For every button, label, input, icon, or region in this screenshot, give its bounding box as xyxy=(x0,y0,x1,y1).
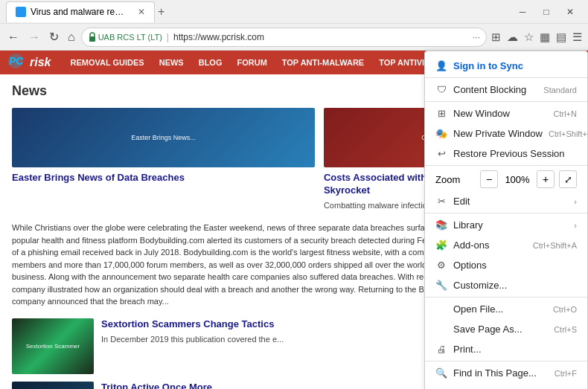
nav-blog[interactable]: BLOG xyxy=(191,51,230,74)
restore-label: Restore Previous Session xyxy=(453,148,577,159)
library-icon: 📚 xyxy=(435,219,447,231)
zoom-value: 100% xyxy=(502,174,532,185)
content-blocking-section: 🛡 Content Blocking Standard xyxy=(425,78,587,102)
zoom-row: Zoom − 100% + ⤢ xyxy=(425,167,587,191)
svg-text:PC: PC xyxy=(9,55,24,67)
addons-item[interactable]: 🧩 Add-ons Ctrl+Shift+A xyxy=(425,235,587,255)
article-easter: Easter Brings News... Easter Brings News… xyxy=(12,108,315,211)
find-label: Find in This Page... xyxy=(453,367,549,379)
site-logo[interactable]: PC risk xyxy=(7,53,51,73)
open-file-label: Open File... xyxy=(453,303,547,315)
more-item[interactable]: More › xyxy=(425,383,587,389)
customize-item[interactable]: 🔧 Customize... xyxy=(425,275,587,295)
sign-in-label: Sign in to Sync xyxy=(453,60,577,71)
address-bar[interactable]: UAB RCS LT (LT) | https://www.pcrisk.com… xyxy=(81,28,487,47)
save-page-item[interactable]: Save Page As... Ctrl+S xyxy=(425,319,587,339)
new-window-label: New Window xyxy=(453,108,548,119)
zoom-label: Zoom xyxy=(435,174,476,185)
content-blocking-label: Content Blocking xyxy=(453,84,537,95)
tools-section: 📚 Library › 🧩 Add-ons Ctrl+Shift+A ⚙ Opt… xyxy=(425,213,587,298)
sync-button[interactable]: ☁ xyxy=(505,29,520,45)
private-window-icon: 🎭 xyxy=(435,128,447,139)
home-button[interactable]: ⌂ xyxy=(65,29,78,45)
edit-icon: ✂ xyxy=(435,196,447,207)
open-file-item[interactable]: Open File... Ctrl+O xyxy=(425,299,587,319)
sidebar-button[interactable]: ▦ xyxy=(538,29,552,45)
zoom-out-button[interactable]: − xyxy=(480,170,498,188)
library-label: Library xyxy=(453,219,568,231)
star-button[interactable]: ☆ xyxy=(523,29,535,45)
refresh-button[interactable]: ↻ xyxy=(46,28,62,45)
save-page-label: Save Page As... xyxy=(453,324,548,335)
find-icon: 🔍 xyxy=(435,367,447,379)
print-label: Print... xyxy=(453,344,577,355)
new-window-icon: ⊞ xyxy=(435,108,447,119)
open-file-shortcut: Ctrl+O xyxy=(553,305,577,314)
nav-anti-malware[interactable]: TOP ANTI-MALWARE xyxy=(275,51,371,74)
print-item[interactable]: 🖨 Print... xyxy=(425,339,587,359)
sign-in-section: 👤 Sign in to Sync xyxy=(425,54,587,78)
article-triton-image: Triton Active Drive M... xyxy=(12,382,94,389)
new-private-shortcut: Ctrl+Shift+P xyxy=(549,129,588,138)
edit-label: Edit xyxy=(453,196,568,207)
print-icon: 🖨 xyxy=(435,344,447,355)
content-blocking-value: Standard xyxy=(543,86,577,94)
hamburger-dropdown: 👤 Sign in to Sync 🛡 Content Blocking Sta… xyxy=(424,51,588,389)
shield-icon: 🛡 xyxy=(435,84,447,95)
tab-close-button[interactable]: ✕ xyxy=(138,7,145,17)
nav-forum[interactable]: FORUM xyxy=(229,51,274,74)
zoom-in-button[interactable]: + xyxy=(537,170,555,188)
window-section: ⊞ New Window Ctrl+N 🎭 New Private Window… xyxy=(425,102,587,166)
find-item[interactable]: 🔍 Find in This Page... Ctrl+F xyxy=(425,363,587,383)
new-private-label: New Private Window xyxy=(453,128,543,139)
secure-label: UAB RCS LT (LT) xyxy=(98,33,162,42)
lock-icon xyxy=(88,32,97,42)
options-label: Options xyxy=(453,260,577,271)
maximize-button[interactable]: □ xyxy=(534,0,558,24)
addons-label: Add-ons xyxy=(453,239,527,251)
reader-button[interactable]: ▤ xyxy=(555,29,568,45)
save-page-shortcut: Ctrl+S xyxy=(554,325,577,334)
nav-removal-guides[interactable]: REMOVAL GUIDES xyxy=(63,51,151,74)
options-item[interactable]: ⚙ Options xyxy=(425,255,587,275)
browser-icons: ⊞ ☁ ☆ ▦ ▤ ☰ xyxy=(490,29,584,45)
window-controls: ─ □ ✕ xyxy=(511,0,582,24)
easter-image-label: Easter Brings News... xyxy=(128,131,199,144)
restore-icon: ↩ xyxy=(435,148,447,159)
zoom-edit-section: Zoom − 100% + ⤢ ✂ Edit › xyxy=(425,166,587,213)
article-sextortion-image: Sextortion Scammer xyxy=(12,318,94,374)
minimize-button[interactable]: ─ xyxy=(511,0,534,24)
pc-logo-icon: PC xyxy=(7,53,28,69)
close-button[interactable]: ✕ xyxy=(558,0,582,24)
hamburger-menu-button[interactable]: ☰ xyxy=(571,29,584,45)
article-easter-title[interactable]: Easter Brings News of Data Breaches xyxy=(12,172,315,184)
restore-session-item[interactable]: ↩ Restore Previous Session xyxy=(425,144,587,164)
addons-icon: 🧩 xyxy=(435,239,447,251)
nav-news[interactable]: NEWS xyxy=(152,51,191,74)
new-private-window-item[interactable]: 🎭 New Private Window Ctrl+Shift+P xyxy=(425,123,587,144)
find-shortcut: Ctrl+F xyxy=(555,369,577,378)
new-window-item[interactable]: ⊞ New Window Ctrl+N xyxy=(425,103,587,123)
address-menu-button[interactable]: ··· xyxy=(473,32,480,42)
sign-in-item[interactable]: 👤 Sign in to Sync xyxy=(425,56,587,76)
new-tab-button[interactable]: + xyxy=(158,5,164,19)
new-window-shortcut: Ctrl+N xyxy=(554,109,577,118)
browser-tab[interactable]: Virus and malware removal ins... ✕ xyxy=(6,1,155,22)
zoom-expand-button[interactable]: ⤢ xyxy=(559,170,577,188)
library-arrow: › xyxy=(574,221,577,230)
svg-rect-0 xyxy=(89,36,95,42)
options-icon: ⚙ xyxy=(435,260,447,271)
library-item[interactable]: 📚 Library › xyxy=(425,215,587,235)
tab-favicon xyxy=(16,7,26,17)
logo-risk-text: risk xyxy=(30,56,51,69)
bookmarks-button[interactable]: ⊞ xyxy=(490,29,502,45)
sync-icon: 👤 xyxy=(435,60,447,71)
forward-button[interactable]: → xyxy=(25,29,43,45)
addons-shortcut: Ctrl+Shift+A xyxy=(533,241,577,250)
customize-label: Customize... xyxy=(453,280,577,291)
logo-pc: PC xyxy=(7,53,28,73)
edit-item[interactable]: ✂ Edit › xyxy=(425,191,587,211)
content-blocking-item[interactable]: 🛡 Content Blocking Standard xyxy=(425,80,587,100)
back-button[interactable]: ← xyxy=(4,29,22,45)
secure-indicator: UAB RCS LT (LT) xyxy=(88,32,162,42)
